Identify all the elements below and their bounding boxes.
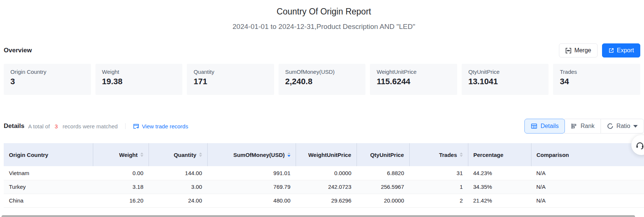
cell-quantity: 24.00 — [149, 194, 207, 207]
column-label: Percentage — [474, 152, 504, 158]
stat-label: Quantity — [193, 69, 267, 75]
view-mode-details[interactable]: Details — [524, 119, 565, 134]
column-header-origin-country: Origin Country — [4, 143, 93, 166]
chevron-down-icon — [633, 125, 638, 128]
cell-quantity: 144.00 — [149, 166, 207, 180]
rank-bars-icon — [571, 123, 578, 129]
stat-label: Trades — [560, 69, 634, 75]
column-header-comparison: Comparison — [531, 143, 644, 166]
ratio-circle-icon — [607, 123, 614, 129]
cell-weight: 0.00 — [93, 166, 149, 180]
cell-sum-of-money: 480.00 — [207, 194, 296, 207]
stat-label: SumOfMoney(USD) — [285, 69, 359, 75]
export-icon — [608, 47, 614, 53]
cell-origin-country: Turkey — [4, 180, 93, 194]
view-mode-label: Ratio — [617, 123, 630, 129]
vertical-divider — [125, 123, 126, 129]
toolbar-buttons: Merge Export — [559, 43, 640, 57]
cell-comparison: N/A — [531, 166, 644, 180]
table-row-turkey[interactable]: Turkey 3.18 3.00 769.79 242.0723 256.596… — [4, 180, 644, 194]
sort-icon[interactable] — [199, 152, 202, 157]
column-label: QtyUnitPrice — [370, 152, 404, 158]
country-of-origin-report-page: Country Of Origin Report 2024-01-01 to 2… — [0, 5, 644, 217]
stat-card-weight-unit-price: WeightUnitPrice 115.6244 — [370, 64, 457, 95]
column-header-trades[interactable]: Trades — [409, 143, 468, 166]
details-table: Origin Country Weight Quantity SumOfMone… — [4, 143, 644, 208]
details-summary: Details A total of 3 records were matche… — [4, 122, 188, 130]
sort-icon[interactable] — [460, 152, 463, 157]
matched-count: 3 — [53, 123, 59, 129]
column-label: Trades — [439, 152, 457, 158]
cell-trades: 2 — [409, 194, 468, 207]
horizontal-scrollbar[interactable] — [1, 215, 635, 217]
sort-icon[interactable] — [140, 152, 143, 157]
view-mode-switcher: Details Rank Ratio — [524, 119, 644, 134]
column-header-quantity[interactable]: Quantity — [149, 143, 207, 166]
stat-value: 34 — [560, 77, 634, 86]
view-mode-label: Rank — [580, 123, 594, 129]
stat-value: 3 — [10, 77, 84, 86]
stat-label: QtyUnitPrice — [468, 69, 542, 75]
stat-value: 13.1041 — [468, 77, 542, 86]
stat-card-quantity: Quantity 171 — [187, 64, 274, 95]
view-trade-records-label: View trade records — [142, 123, 188, 129]
view-mode-rank[interactable]: Rank — [565, 119, 601, 134]
overview-cards: Origin Country 3 Weight 19.38 Quantity 1… — [4, 64, 644, 95]
cell-qty-unit-price: 20.0000 — [357, 194, 409, 207]
summary-prefix: A total of — [28, 123, 50, 129]
column-header-sum-of-money[interactable]: SumOfMoney(USD) — [207, 143, 296, 166]
cell-qty-unit-price: 6.8820 — [357, 166, 409, 180]
column-label: Comparison — [537, 152, 569, 158]
stat-label: WeightUnitPrice — [377, 69, 451, 75]
stat-value: 171 — [193, 77, 267, 86]
cell-quantity: 3.00 — [149, 180, 207, 194]
report-filter-subtitle: 2024-01-01 to 2024-12-31,Product Descrip… — [4, 22, 644, 32]
details-heading: Details — [4, 122, 25, 130]
view-mode-ratio[interactable]: Ratio — [601, 119, 644, 134]
cell-weight-unit-price: 29.6296 — [296, 194, 357, 207]
cell-weight: 3.18 — [93, 180, 149, 194]
overview-heading: Overview — [4, 47, 32, 54]
stat-value: 115.6244 — [377, 77, 451, 86]
column-header-qty-unit-price: QtyUnitPrice — [357, 143, 409, 166]
view-trade-records-link[interactable]: View trade records — [133, 123, 188, 129]
column-label: Quantity — [174, 152, 196, 158]
cell-comparison: N/A — [531, 194, 644, 207]
stat-card-weight: Weight 19.38 — [95, 64, 183, 95]
headset-icon — [635, 140, 644, 150]
cell-sum-of-money: 769.79 — [207, 180, 296, 194]
export-button[interactable]: Export — [602, 43, 640, 57]
cell-percentage: 34.35% — [468, 180, 531, 194]
stat-card-origin-country: Origin Country 3 — [4, 64, 91, 95]
merge-icon — [565, 47, 572, 54]
stat-value: 19.38 — [102, 77, 176, 86]
cell-qty-unit-price: 256.5967 — [357, 180, 409, 194]
cell-percentage: 21.42% — [468, 194, 531, 207]
stat-card-qty-unit-price: QtyUnitPrice 13.1041 — [462, 64, 549, 95]
column-label: Origin Country — [9, 152, 48, 158]
sort-icon-descending-active[interactable] — [287, 152, 290, 157]
column-header-weight-unit-price: WeightUnitPrice — [296, 143, 357, 166]
cell-weight: 16.20 — [93, 194, 149, 207]
stat-card-trades: Trades 34 — [553, 64, 640, 95]
cell-weight-unit-price: 242.0723 — [296, 180, 357, 194]
stat-label: Weight — [102, 69, 176, 75]
summary-suffix: records were matched — [62, 123, 117, 129]
trade-records-window-icon — [133, 123, 139, 129]
cell-origin-country: China — [4, 194, 93, 207]
cell-trades: 31 — [409, 166, 468, 180]
table-row-vietnam[interactable]: Vietnam 0.00 144.00 991.01 0.0000 6.8820… — [4, 166, 644, 180]
page-title: Country Of Origin Report — [4, 5, 644, 18]
merge-button[interactable]: Merge — [559, 43, 597, 57]
column-header-percentage: Percentage — [468, 143, 531, 166]
column-header-weight[interactable]: Weight — [93, 143, 149, 166]
stat-card-sum-of-money: SumOfMoney(USD) 2,240.8 — [279, 64, 366, 95]
cell-origin-country: Vietnam — [4, 166, 93, 180]
overview-toolbar: Overview Merge Export — [4, 43, 644, 58]
column-label: SumOfMoney(USD) — [233, 152, 284, 158]
cell-weight-unit-price: 0.0000 — [296, 166, 357, 180]
stat-label: Origin Country — [10, 69, 84, 75]
view-mode-label: Details — [540, 123, 559, 129]
table-row-china[interactable]: China 16.20 24.00 480.00 29.6296 20.0000… — [4, 194, 644, 207]
column-label: Weight — [119, 152, 138, 158]
